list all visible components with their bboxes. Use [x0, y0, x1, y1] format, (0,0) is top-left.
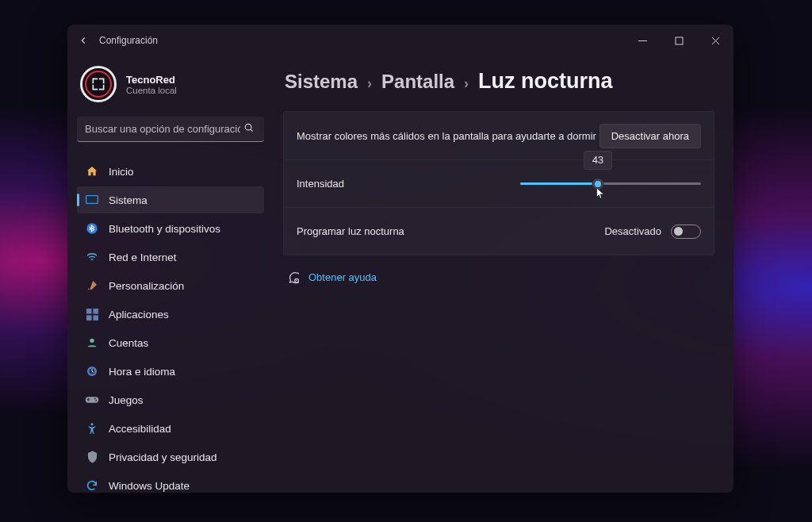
update-icon [85, 479, 99, 492]
search-icon [240, 122, 258, 136]
nav-item-personalizacion[interactable]: Personalización [77, 272, 264, 299]
schedule-label: Programar luz nocturna [297, 225, 604, 237]
svg-point-15 [95, 400, 97, 401]
chevron-right-icon: › [464, 75, 469, 92]
svg-rect-8 [86, 315, 92, 320]
brush-icon [85, 279, 99, 292]
nav-label: Inicio [109, 166, 134, 178]
breadcrumb: Sistema › Pantalla › Luz nocturna [283, 64, 714, 111]
access-icon [85, 422, 99, 435]
settings-card: Mostrar colores más cálidos en la pantal… [283, 111, 714, 255]
nav-label: Windows Update [109, 480, 190, 492]
close-button[interactable] [697, 25, 733, 56]
nav-label: Bluetooth y dispositivos [109, 223, 220, 235]
accounts-icon [85, 336, 99, 349]
row-schedule: Programar luz nocturna Desactivado [284, 207, 714, 255]
nav-item-aplicaciones[interactable]: Aplicaciones [77, 301, 264, 328]
nav-label: Personalización [109, 280, 184, 292]
nav: Inicio Sistema Bluetooth y dispositivos … [77, 158, 264, 499]
system-icon [85, 195, 99, 205]
nav-item-privacidad[interactable]: Privacidad y seguridad [77, 443, 264, 470]
nav-label: Privacidad y seguridad [109, 451, 217, 463]
back-button[interactable] [67, 25, 99, 56]
bluetooth-icon [85, 222, 99, 235]
svg-rect-1 [676, 37, 683, 44]
row-description: Mostrar colores más cálidos en la pantal… [284, 112, 714, 159]
apps-icon [85, 309, 99, 320]
page-title: Luz nocturna [478, 69, 613, 94]
svg-rect-9 [93, 315, 98, 320]
avatar [80, 66, 117, 102]
svg-point-16 [90, 423, 93, 425]
time-icon [85, 365, 99, 378]
maximize-button[interactable] [661, 25, 697, 56]
nav-item-accesibilidad[interactable]: Accesibilidad [77, 415, 264, 442]
sidebar: TecnoRed Cuenta local Inicio Sistema [67, 56, 274, 507]
breadcrumb-level2[interactable]: Pantalla [381, 71, 454, 93]
chevron-right-icon: › [367, 75, 372, 92]
nav-item-red[interactable]: Red e Internet [77, 244, 264, 271]
profile-name: TecnoRed [126, 74, 177, 86]
wifi-icon [85, 251, 99, 263]
schedule-state-text: Desactivado [604, 225, 661, 237]
games-icon [85, 394, 99, 405]
svg-rect-7 [93, 309, 98, 314]
nav-item-juegos[interactable]: Juegos [77, 386, 264, 413]
slider-tooltip: 43 [584, 151, 612, 170]
nav-item-inicio[interactable]: Inicio [77, 158, 264, 185]
nav-item-hora[interactable]: Hora e idioma [77, 358, 264, 385]
svg-point-14 [94, 397, 96, 399]
app-title: Configuración [99, 35, 158, 46]
search-input[interactable] [85, 123, 240, 135]
deactivate-now-button[interactable]: Desactivar ahora [599, 124, 701, 148]
svg-rect-4 [86, 196, 97, 202]
nav-label: Accesibilidad [109, 423, 171, 435]
nav-item-update[interactable]: Windows Update [77, 472, 264, 499]
nav-label: Sistema [109, 194, 147, 206]
home-icon [85, 165, 99, 178]
row-strength: Intensidad 43 [284, 159, 714, 207]
nav-label: Red e Internet [109, 251, 177, 263]
nav-label: Cuentas [109, 337, 148, 349]
nav-label: Aplicaciones [109, 309, 169, 320]
profile-block[interactable]: TecnoRed Cuenta local [77, 59, 264, 117]
titlebar: Configuración [67, 25, 733, 56]
search-box[interactable] [77, 117, 264, 142]
help-icon [285, 270, 299, 284]
help-link[interactable]: Obtener ayuda [308, 271, 377, 283]
schedule-toggle[interactable] [671, 225, 701, 239]
privacy-icon [85, 451, 99, 463]
description-text: Mostrar colores más cálidos en la pantal… [297, 130, 599, 142]
breadcrumb-level1[interactable]: Sistema [285, 71, 358, 93]
svg-rect-0 [638, 40, 647, 41]
nav-label: Hora e idioma [109, 366, 175, 378]
content-area: Sistema › Pantalla › Luz nocturna Mostra… [274, 56, 733, 507]
nav-item-sistema[interactable]: Sistema [77, 186, 264, 213]
nav-label: Juegos [109, 394, 144, 406]
svg-rect-6 [86, 309, 92, 314]
minimize-button[interactable] [624, 25, 661, 56]
svg-point-10 [90, 339, 94, 343]
nav-item-bluetooth[interactable]: Bluetooth y dispositivos [77, 215, 264, 242]
nav-item-cuentas[interactable]: Cuentas [77, 329, 264, 356]
svg-point-2 [245, 124, 251, 130]
strength-label: Intensidad [297, 178, 520, 190]
profile-subtitle: Cuenta local [126, 86, 177, 95]
strength-slider[interactable]: 43 [520, 182, 701, 185]
settings-window: Configuración TecnoRed Cuenta local [67, 25, 733, 493]
window-controls [624, 25, 733, 56]
help-row: Obtener ayuda [283, 270, 714, 284]
